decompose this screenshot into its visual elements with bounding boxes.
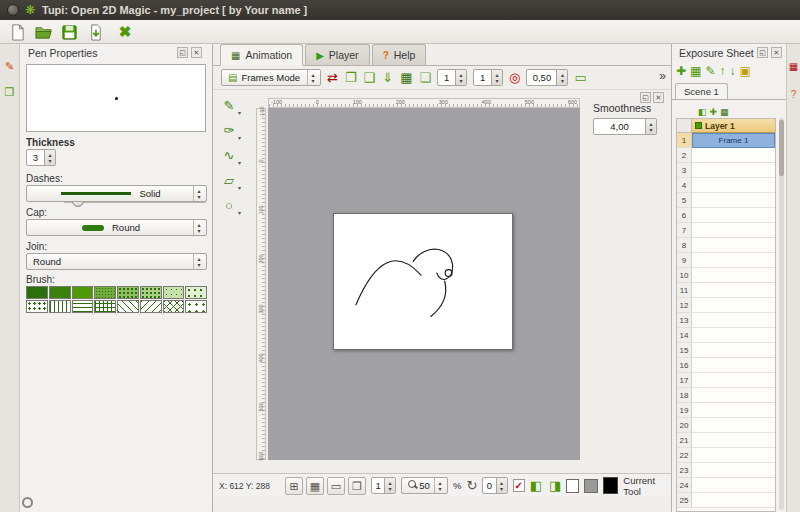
brush-diagcross-swatch[interactable] (163, 300, 185, 313)
spinner-buttons[interactable]: ▴▾ (491, 70, 502, 85)
show-outline-icon[interactable]: ◧ (530, 477, 542, 495)
clone-frame-icon[interactable]: ❏ (419, 69, 431, 87)
show-fill-icon[interactable]: ◨ (549, 477, 561, 495)
empty-frame-cell[interactable] (692, 298, 775, 313)
open-project-icon[interactable] (34, 23, 52, 41)
brush-fdiag-swatch[interactable] (140, 300, 162, 313)
brush-dense3-swatch[interactable] (94, 286, 116, 299)
copy-frame-icon[interactable]: ❐ (345, 69, 357, 87)
pen-properties-tab-icon[interactable]: ✎ (1, 56, 19, 76)
current-frame-spinner[interactable]: 1 ▴▾ (371, 477, 396, 494)
scrollbar-thumb[interactable] (779, 120, 784, 176)
empty-frame-cell[interactable] (692, 448, 775, 463)
toolbar-overflow-icon[interactable]: » (659, 69, 666, 83)
save-frame-icon[interactable]: ⇓ (382, 69, 393, 87)
empty-frame-cell[interactable] (692, 418, 775, 433)
empty-frame-cell[interactable] (692, 223, 775, 238)
spinner-buttons[interactable]: ▴▾ (384, 478, 395, 493)
brush-dense1-swatch[interactable] (49, 286, 71, 299)
spin-down-icon[interactable]: ▾ (45, 158, 55, 164)
rotate-view-icon[interactable]: ↻ (467, 477, 478, 495)
frame-cell[interactable]: Frame 1 (692, 133, 775, 148)
tool-dropdown-icon[interactable]: ▾ (238, 159, 241, 166)
empty-frame-cell[interactable] (692, 328, 775, 343)
contour-color-swatch[interactable] (566, 479, 579, 493)
remove-frame-icon[interactable]: ▦ (400, 69, 412, 87)
move-frame-up-icon[interactable]: ↑ (719, 62, 725, 80)
close-panel-icon[interactable]: ✕ (191, 47, 202, 58)
antialias-checkbox[interactable]: ✓ (513, 479, 525, 492)
full-screen-icon[interactable]: ❐ (348, 477, 366, 495)
cap-select[interactable]: Round ▴▾ (26, 219, 207, 236)
empty-frame-cell[interactable] (692, 283, 775, 298)
show-dense-grid-icon[interactable]: ▦ (306, 477, 324, 495)
spinner-buttons[interactable]: ▴▾ (645, 119, 656, 134)
empty-frame-cell[interactable] (692, 388, 775, 403)
brush-dots-swatch[interactable] (26, 300, 48, 313)
empty-frame-cell[interactable] (692, 403, 775, 418)
thickness-spinner[interactable]: 3 ▴▾ (26, 149, 56, 166)
layer-visible-icon[interactable] (695, 122, 702, 129)
import-project-icon[interactable] (86, 23, 104, 41)
empty-frame-cell[interactable] (692, 178, 775, 193)
empty-frame-cell[interactable] (692, 208, 775, 223)
spinner-buttons[interactable]: ▴▾ (556, 70, 567, 85)
rename-frame-icon[interactable]: ✎ (705, 62, 715, 80)
tab-animation[interactable]: ▦ Animation (220, 44, 303, 66)
paste-frame-icon[interactable]: ❑ (364, 69, 376, 87)
drawing-canvas[interactable] (333, 213, 513, 350)
frames-count-spinner[interactable]: 1 ▴▾ (437, 69, 467, 86)
shapes-tool[interactable]: ▱▾ (215, 169, 243, 192)
empty-frame-cell[interactable] (692, 478, 775, 493)
zoom-select[interactable]: 50 ▴▾ (401, 477, 448, 494)
remove-frame-icon[interactable]: ▦ (690, 62, 701, 80)
fill-color-swatch[interactable] (584, 479, 597, 493)
smoothness-spinner[interactable]: 4,00 ▴▾ (593, 118, 657, 135)
empty-frame-cell[interactable] (692, 463, 775, 478)
safe-area-icon[interactable]: ▭ (327, 477, 345, 495)
brush-solid-swatch[interactable] (26, 286, 48, 299)
restore-frame-icon[interactable]: ⇄ (327, 69, 338, 87)
show-grid-icon[interactable]: ⊞ (285, 477, 303, 495)
brush-bdiag-swatch[interactable] (117, 300, 139, 313)
ink-tool[interactable]: ✑▾ (215, 119, 243, 142)
tool-dropdown-icon[interactable]: ▾ (238, 109, 241, 116)
empty-frame-cell[interactable] (692, 163, 775, 178)
pencil-tool[interactable]: ✎▾ (215, 94, 243, 117)
undock-panel-icon[interactable]: ◱ (757, 47, 768, 58)
spinner-buttons[interactable]: ▴▾ (455, 70, 466, 85)
help-tab-icon[interactable]: ? (787, 84, 800, 104)
move-frame-down-icon[interactable]: ↓ (729, 62, 735, 80)
empty-frame-cell[interactable] (692, 253, 775, 268)
dashes-select[interactable]: Solid ▴▾ (26, 185, 207, 202)
empty-frame-cell[interactable] (692, 373, 775, 388)
color-palette-tab-icon[interactable]: ❒ (1, 82, 19, 102)
tool-dropdown-icon[interactable]: ▾ (238, 184, 241, 191)
tab-player[interactable]: ▶ Player (305, 44, 369, 65)
opacity-spinner[interactable]: 0,50 ▴▾ (526, 69, 568, 86)
brush-dense7-swatch[interactable] (185, 286, 207, 299)
empty-frame-cell[interactable] (692, 238, 775, 253)
window-close-button[interactable] (7, 4, 19, 16)
lock-frame-icon[interactable]: ▣ (739, 62, 750, 80)
close-panel-icon[interactable]: ✕ (771, 47, 782, 58)
tab-help[interactable]: ? Help (372, 44, 427, 65)
save-project-icon[interactable] (60, 23, 78, 41)
spinner-buttons[interactable]: ▴▾ (496, 478, 507, 493)
empty-frame-cell[interactable] (692, 268, 775, 283)
empty-frame-cell[interactable] (692, 313, 775, 328)
close-workspace-icon[interactable]: ✕ (653, 92, 664, 103)
add-frame-icon[interactable]: ✚ (676, 62, 686, 80)
join-select[interactable]: Round ▴▾ (26, 253, 207, 270)
empty-frame-cell[interactable] (692, 433, 775, 448)
expand-actions-icon[interactable]: ▭ (574, 69, 586, 87)
empty-frame-cell[interactable] (692, 343, 775, 358)
brush-sparse-swatch[interactable] (185, 300, 207, 313)
frames-mode-select[interactable]: ▤ Frames Mode ▴▾ (221, 69, 321, 86)
exposure-scrollbar[interactable] (779, 118, 784, 510)
brush-grid-swatch[interactable] (94, 300, 116, 313)
close-project-icon[interactable]: ✖ (116, 23, 134, 41)
empty-frame-cell[interactable] (692, 148, 775, 163)
onion-skin-center-icon[interactable]: ◎ (509, 69, 520, 87)
empty-frame-cell[interactable] (692, 193, 775, 208)
